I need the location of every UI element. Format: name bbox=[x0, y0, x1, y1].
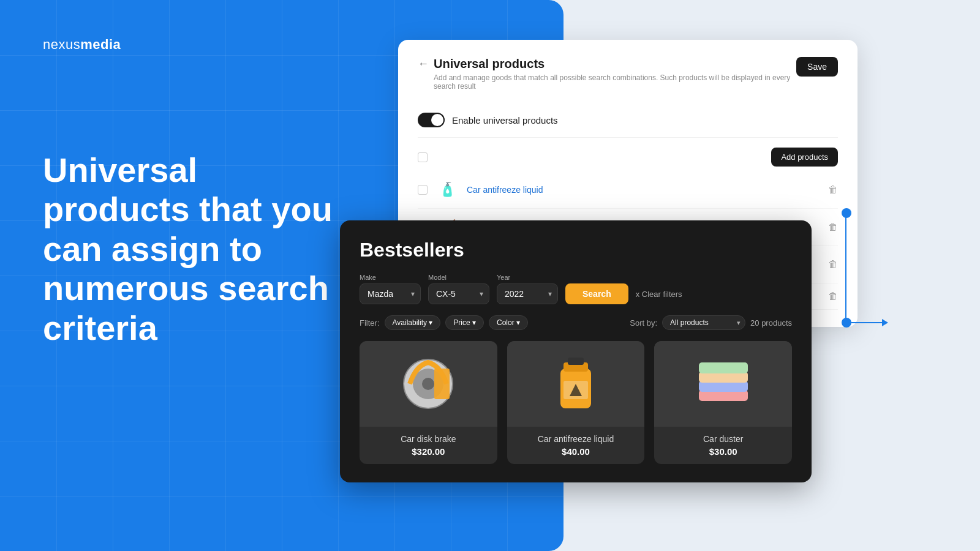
make-filter-group: Make Mazda Toyota Honda bbox=[360, 274, 421, 304]
products-count: 20 products bbox=[750, 318, 792, 328]
color-filter-chip[interactable]: Color ▾ bbox=[489, 315, 528, 330]
search-button[interactable]: Search bbox=[565, 283, 628, 304]
product-row: 🧴 Car antifreeze liquid 🗑 bbox=[418, 171, 838, 209]
year-select-wrapper: 2022 2021 2020 bbox=[497, 283, 558, 304]
product-card-1[interactable]: Car disk brake $320.00 bbox=[360, 341, 497, 464]
toggle-label: Enable universal products bbox=[452, 115, 558, 126]
admin-subtitle: Add and manage goods that match all poss… bbox=[434, 73, 796, 91]
save-button[interactable]: Save bbox=[796, 57, 838, 77]
delete-icon-3[interactable]: 🗑 bbox=[828, 259, 838, 270]
product-card-2[interactable]: Car antifreeze liquid $40.00 bbox=[507, 341, 645, 464]
product-card-name-3: Car duster bbox=[664, 434, 782, 444]
filter-bar-left: Filter: Availability ▾ Price ▾ Color ▾ bbox=[360, 315, 528, 330]
select-all-checkbox[interactable] bbox=[418, 152, 428, 162]
make-select-wrapper: Mazda Toyota Honda bbox=[360, 283, 421, 304]
year-select[interactable]: 2022 2021 2020 bbox=[497, 283, 558, 304]
logo-prefix: nexus bbox=[43, 37, 80, 52]
products-header: Add products bbox=[418, 148, 838, 167]
admin-title-row: ← Universal products bbox=[418, 57, 796, 71]
svg-point-2 bbox=[422, 378, 434, 390]
connector-horizontal-line bbox=[851, 322, 882, 323]
antifreeze-icon bbox=[548, 350, 603, 418]
sort-select[interactable]: All products Price: Low to High Price: H… bbox=[662, 315, 745, 330]
admin-title-area: ← Universal products Add and manage good… bbox=[418, 57, 796, 91]
admin-title: Universal products bbox=[434, 57, 545, 71]
add-products-button[interactable]: Add products bbox=[771, 148, 838, 167]
make-label: Make bbox=[360, 274, 421, 281]
store-title: Bestsellers bbox=[360, 239, 792, 261]
product-card-price-1: $320.00 bbox=[369, 446, 488, 457]
enable-toggle[interactable] bbox=[418, 113, 445, 127]
price-label: Price ▾ bbox=[453, 318, 476, 327]
product-checkbox-1[interactable] bbox=[418, 185, 428, 195]
model-filter-group: Model CX-5 CX-3 Mazda3 bbox=[428, 274, 489, 304]
product-card-image-1 bbox=[360, 341, 497, 427]
product-card-image-2 bbox=[507, 341, 645, 427]
color-label: Color ▾ bbox=[497, 318, 520, 327]
connector-arrowhead bbox=[882, 319, 888, 326]
product-thumb-1: 🧴 bbox=[436, 179, 458, 201]
product-card-name-2: Car antifreeze liquid bbox=[517, 434, 635, 444]
make-select[interactable]: Mazda Toyota Honda bbox=[360, 283, 421, 304]
filters-row: Make Mazda Toyota Honda Model CX-5 CX-3 … bbox=[360, 274, 792, 304]
connector-dot-top bbox=[842, 208, 851, 218]
filter-bar: Filter: Availability ▾ Price ▾ Color ▾ S… bbox=[360, 315, 792, 330]
year-label: Year bbox=[497, 274, 558, 281]
hero-text: Universal products that you can assign t… bbox=[43, 151, 337, 348]
filter-bar-right: Sort by: All products Price: Low to High… bbox=[630, 315, 792, 330]
product-card-name-1: Car disk brake bbox=[369, 434, 488, 444]
sort-label: Sort by: bbox=[630, 318, 657, 328]
model-select-wrapper: CX-5 CX-3 Mazda3 bbox=[428, 283, 489, 304]
svg-rect-8 bbox=[568, 358, 584, 365]
model-select[interactable]: CX-5 CX-3 Mazda3 bbox=[428, 283, 489, 304]
product-card-info-1: Car disk brake $320.00 bbox=[360, 427, 497, 464]
sort-select-wrapper: All products Price: Low to High Price: H… bbox=[662, 315, 745, 330]
product-card-info-2: Car antifreeze liquid $40.00 bbox=[507, 427, 645, 464]
product-card-3[interactable]: Car duster $30.00 bbox=[654, 341, 792, 464]
store-panel: Bestsellers Make Mazda Toyota Honda Mode… bbox=[340, 220, 812, 482]
availability-filter-chip[interactable]: Availability ▾ bbox=[385, 315, 441, 330]
delete-icon-4[interactable]: 🗑 bbox=[828, 291, 838, 302]
svg-rect-12 bbox=[699, 362, 748, 373]
filter-label: Filter: bbox=[360, 318, 380, 328]
delete-icon-1[interactable]: 🗑 bbox=[828, 184, 838, 195]
delete-icon-2[interactable]: 🗑 bbox=[828, 222, 838, 233]
price-filter-chip[interactable]: Price ▾ bbox=[445, 315, 484, 330]
brake-icon bbox=[398, 353, 459, 414]
product-card-image-3 bbox=[654, 341, 792, 427]
model-label: Model bbox=[428, 274, 489, 281]
products-grid: Car disk brake $320.00 bbox=[360, 341, 792, 464]
product-link-1[interactable]: Car antifreeze liquid bbox=[467, 185, 820, 195]
back-button[interactable]: ← bbox=[418, 58, 429, 70]
logo-suffix: media bbox=[80, 37, 121, 52]
product-card-price-2: $40.00 bbox=[517, 446, 635, 457]
product-card-info-3: Car duster $30.00 bbox=[654, 427, 792, 464]
connector-dot-bottom bbox=[842, 318, 851, 328]
duster-icon bbox=[690, 356, 757, 411]
year-filter-group: Year 2022 2021 2020 bbox=[497, 274, 558, 304]
availability-label: Availability ▾ bbox=[393, 318, 433, 327]
product-card-price-3: $30.00 bbox=[664, 446, 782, 457]
toggle-row: Enable universal products bbox=[418, 103, 838, 138]
svg-rect-3 bbox=[434, 369, 450, 399]
clear-filters-button[interactable]: x Clear filters bbox=[636, 290, 682, 304]
admin-header: ← Universal products Add and manage good… bbox=[418, 57, 838, 91]
connector-vertical-line bbox=[845, 211, 846, 324]
